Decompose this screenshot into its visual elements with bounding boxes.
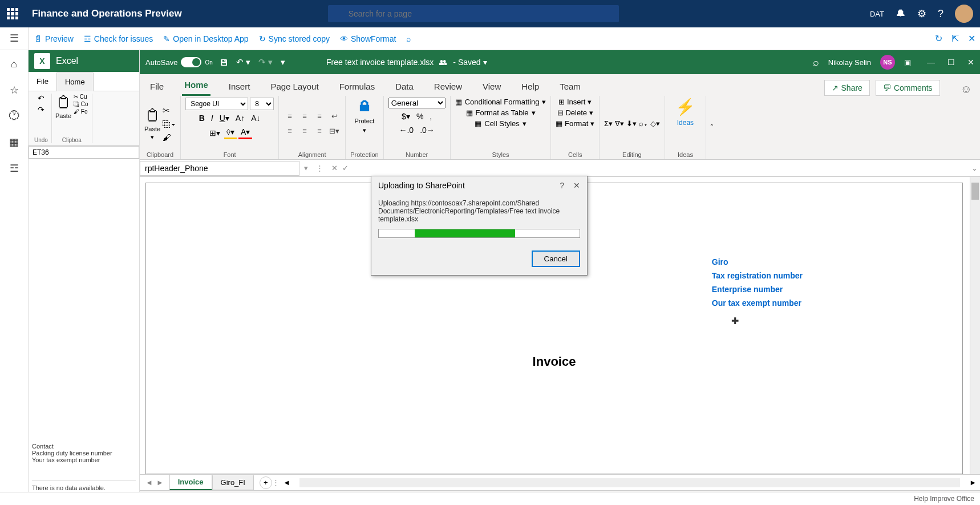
format-painter-icon[interactable]: 🖌︎: [163, 132, 176, 142]
clock-icon[interactable]: 🕐︎: [9, 110, 19, 122]
refresh-icon[interactable]: ↻: [935, 33, 942, 44]
customize-qat-icon[interactable]: ▾: [281, 57, 285, 67]
ribbon-tab-formulas[interactable]: Formulas: [337, 77, 378, 96]
increase-decimal-button[interactable]: ←.0: [396, 124, 416, 136]
namebox-dropdown-icon[interactable]: ▾: [299, 164, 313, 172]
comments-button[interactable]: 💬︎ Comments: [876, 80, 940, 96]
show-format-button[interactable]: 👁︎ ShowFormat: [340, 34, 396, 43]
undo-icon[interactable]: ↶ ▾: [236, 57, 250, 67]
cut-button[interactable]: ✂ Cu: [74, 94, 88, 100]
wrap-text-button[interactable]: ↩: [328, 110, 341, 123]
ribbon-tab-data[interactable]: Data: [393, 77, 416, 96]
ideas-icon[interactable]: ⚡: [675, 98, 695, 116]
cancel-formula-icon[interactable]: ✕: [331, 164, 338, 172]
ribbon-display-icon[interactable]: ▣: [904, 58, 911, 67]
expand-formula-icon[interactable]: ⌄: [969, 164, 980, 172]
sort-filter-button[interactable]: ᐁ▾: [615, 119, 624, 128]
maximize-button[interactable]: ☐: [947, 58, 955, 67]
ribbon-tab-review[interactable]: Review: [432, 77, 464, 96]
dialog-help-icon[interactable]: ?: [560, 181, 564, 190]
user-badge[interactable]: NS: [880, 55, 895, 70]
share-button[interactable]: ↗ Share: [824, 80, 870, 96]
module-icon[interactable]: ▦: [9, 136, 19, 148]
collapse-ribbon-icon[interactable]: ˆ: [711, 123, 713, 132]
cut-icon[interactable]: ✂: [163, 106, 176, 116]
dialog-close-icon[interactable]: ✕: [573, 181, 580, 190]
save-icon[interactable]: 💾︎: [220, 58, 228, 67]
align-center-button[interactable]: ≡: [298, 125, 311, 138]
ribbon-tab-pagelayout[interactable]: Page Layout: [268, 77, 321, 96]
font-size-select[interactable]: 8: [250, 98, 274, 110]
undo-icon[interactable]: ↶: [38, 94, 44, 103]
sync-button[interactable]: ↻ Sync stored copy: [259, 34, 330, 43]
hscroll-left-icon[interactable]: ◄: [280, 478, 294, 487]
paste-icon[interactable]: 📋︎: [145, 107, 160, 124]
fill-color-button[interactable]: ◊▾: [224, 126, 237, 139]
align-bottom-button[interactable]: ≡: [313, 110, 326, 123]
close-icon[interactable]: ✕: [968, 33, 975, 44]
autosum-button[interactable]: Σ▾: [604, 119, 613, 128]
search-input[interactable]: [328, 5, 619, 22]
increase-font-button[interactable]: A↑: [233, 112, 247, 124]
tab-home[interactable]: Home: [56, 72, 94, 91]
merge-button[interactable]: ⊟▾: [328, 125, 341, 138]
sheet-tab-invoice[interactable]: Invoice: [169, 475, 212, 490]
copy-button[interactable]: ⿻ Co: [74, 101, 88, 107]
hscroll-right-icon[interactable]: ►: [966, 478, 980, 487]
name-box[interactable]: [140, 161, 299, 176]
align-left-button[interactable]: ≡: [284, 125, 296, 138]
find-button[interactable]: ⌕▾: [639, 119, 648, 128]
delete-cells-button[interactable]: ⊟ Delete ▾: [557, 108, 593, 117]
horizontal-scrollbar[interactable]: [299, 478, 960, 487]
star-icon[interactable]: ☆: [10, 84, 19, 96]
currency-button[interactable]: $▾: [399, 111, 412, 122]
autosave-toggle[interactable]: [181, 57, 201, 67]
enter-formula-icon[interactable]: ✓: [342, 164, 349, 172]
feedback-icon[interactable]: ☺: [961, 83, 972, 96]
redo-icon[interactable]: ↷ ▾: [258, 57, 273, 67]
font-color-button[interactable]: A▾: [238, 126, 252, 139]
format-painter-button[interactable]: 🖌︎ Fo: [74, 108, 88, 115]
cell-styles-button[interactable]: ▦ Cell Styles ▾: [475, 119, 526, 128]
tab-file[interactable]: File: [29, 72, 56, 90]
paste-icon[interactable]: 📋︎: [56, 94, 71, 111]
popout-icon[interactable]: ⇱: [951, 33, 959, 44]
avatar[interactable]: [955, 5, 973, 23]
preview-namebox[interactable]: [29, 146, 139, 159]
search-icon[interactable]: ⌕: [813, 56, 819, 68]
gear-icon[interactable]: ⚙: [917, 7, 926, 20]
conditional-formatting-button[interactable]: ▦ Conditional Formatting ▾: [455, 98, 546, 106]
align-middle-button[interactable]: ≡: [298, 110, 311, 123]
hamburger-icon[interactable]: ☰: [10, 32, 19, 45]
insert-cells-button[interactable]: ⊞ Insert ▾: [558, 98, 592, 106]
underline-button[interactable]: U▾: [217, 112, 232, 124]
formula-input[interactable]: [367, 161, 969, 175]
sheet-tab-giro[interactable]: Giro_FI: [212, 475, 254, 490]
ribbon-tab-help[interactable]: Help: [519, 77, 541, 96]
company-label[interactable]: DAT: [870, 10, 884, 18]
protect-icon[interactable]: 🔒︎: [357, 98, 372, 115]
fill-button[interactable]: ⬇▾: [626, 119, 637, 128]
align-top-button[interactable]: ≡: [284, 110, 296, 123]
format-cells-button[interactable]: ▦ Format ▾: [556, 119, 594, 128]
bell-icon[interactable]: 🔔︎: [896, 8, 906, 20]
font-name-select[interactable]: Segoe UI: [185, 98, 248, 110]
open-desktop-button[interactable]: ✎ Open in Desktop App: [163, 34, 248, 43]
ribbon-tab-view[interactable]: View: [480, 77, 503, 96]
check-issues-button[interactable]: ☲ Check for issues: [84, 34, 153, 43]
ribbon-tab-insert[interactable]: Insert: [226, 77, 253, 96]
preview-button[interactable]: 📄︎ Preview: [34, 34, 74, 43]
cancel-button[interactable]: Cancel: [532, 251, 581, 267]
close-button[interactable]: ✕: [967, 58, 974, 67]
comma-button[interactable]: ,: [427, 111, 434, 122]
search-button[interactable]: ⌕: [406, 34, 411, 43]
ribbon-tab-home[interactable]: Home: [182, 75, 210, 96]
vertical-scrollbar[interactable]: [970, 177, 980, 474]
shared-icon[interactable]: 👥︎: [439, 58, 447, 67]
minimize-button[interactable]: —: [927, 58, 935, 67]
percent-button[interactable]: %: [414, 111, 426, 122]
format-as-table-button[interactable]: ▦ Format as Table ▾: [466, 108, 536, 117]
list-icon[interactable]: ☲: [10, 162, 19, 175]
italic-button[interactable]: I: [209, 112, 216, 124]
sheet-next-icon[interactable]: ►: [156, 478, 164, 487]
